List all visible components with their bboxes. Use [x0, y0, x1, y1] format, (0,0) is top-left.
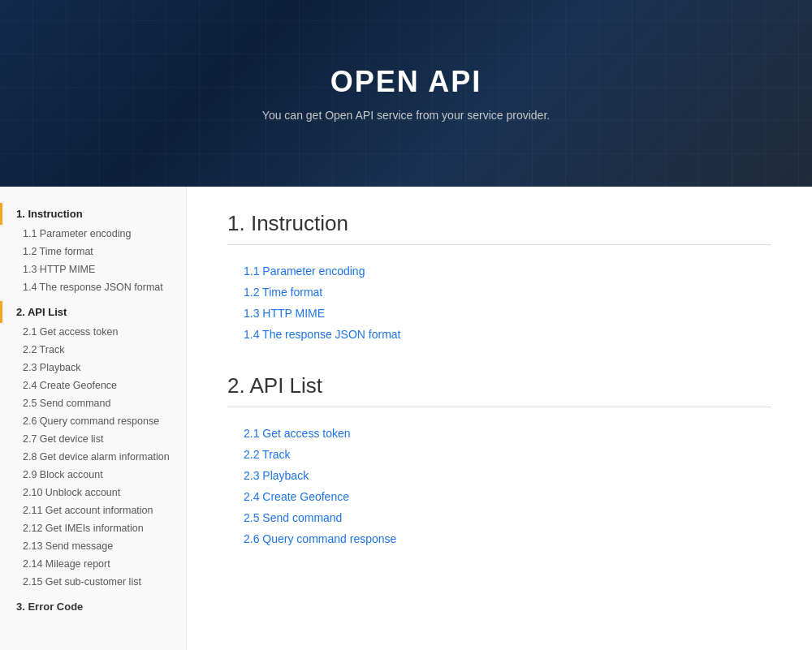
sidebar-item-1-4[interactable]: 1.4 The response JSON format [0, 278, 186, 296]
section-2-divider [227, 407, 771, 407]
hero-title: OPEN API [330, 65, 482, 99]
sidebar-item-1-2[interactable]: 1.2 Time format [0, 243, 186, 260]
sidebar-item-1-3[interactable]: 1.3 HTTP MIME [0, 260, 186, 278]
sidebar-item-1-1[interactable]: 1.1 Parameter encoding [0, 225, 186, 243]
sidebar-section-3: 3. Error Code [0, 596, 186, 618]
section-1-title: 1. Instruction [227, 211, 771, 236]
sidebar-item-2-15[interactable]: 2.15 Get sub-customer list [0, 573, 186, 591]
section-api-list: 2. API List 2.1 Get access token 2.2 Tra… [227, 373, 771, 545]
sidebar-item-2-6[interactable]: 2.6 Query command response [0, 412, 186, 430]
hero-subtitle: You can get Open API service from your s… [262, 109, 550, 122]
content-link-2-6[interactable]: 2.6 Query command response [244, 532, 771, 545]
sidebar-item-2-5[interactable]: 2.5 Send command [0, 394, 186, 412]
sidebar-item-2-2[interactable]: 2.2 Track [0, 341, 186, 359]
sidebar-item-2-1[interactable]: 2.1 Get access token [0, 323, 186, 341]
sidebar-item-2-14[interactable]: 2.14 Mileage report [0, 555, 186, 573]
sidebar-section-3-title[interactable]: 3. Error Code [0, 596, 186, 618]
section-2-title: 2. API List [227, 373, 771, 398]
main-content: 1. Instruction 1.1 Parameter encoding 1.… [187, 187, 812, 650]
section-1-divider [227, 244, 771, 245]
content-link-2-2[interactable]: 2.2 Track [244, 448, 771, 461]
sidebar-item-2-11[interactable]: 2.11 Get account information [0, 501, 186, 519]
section-instruction: 1. Instruction 1.1 Parameter encoding 1.… [227, 211, 771, 341]
sidebar-item-2-8[interactable]: 2.8 Get device alarm information [0, 448, 186, 466]
sidebar-section-2-title[interactable]: 2. API List [0, 301, 186, 323]
content-link-1-3[interactable]: 1.3 HTTP MIME [244, 307, 771, 320]
sidebar-section-2: 2. API List 2.1 Get access token 2.2 Tra… [0, 301, 186, 591]
sidebar-section-1: 1. Instruction 1.1 Parameter encoding 1.… [0, 203, 186, 296]
content-link-1-1[interactable]: 1.1 Parameter encoding [244, 265, 771, 278]
sidebar-section-1-title[interactable]: 1. Instruction [0, 203, 186, 225]
content-link-2-3[interactable]: 2.3 Playback [244, 469, 771, 482]
sidebar-item-2-9[interactable]: 2.9 Block account [0, 466, 186, 484]
content-link-1-4[interactable]: 1.4 The response JSON format [244, 328, 771, 341]
sidebar-item-2-13[interactable]: 2.13 Send message [0, 537, 186, 555]
content-link-1-2[interactable]: 1.2 Time format [244, 286, 771, 299]
sidebar: 1. Instruction 1.1 Parameter encoding 1.… [0, 187, 187, 650]
hero-section: OPEN API You can get Open API service fr… [0, 0, 812, 187]
content-link-2-1[interactable]: 2.1 Get access token [244, 427, 771, 440]
sidebar-item-2-12[interactable]: 2.12 Get IMEIs information [0, 519, 186, 537]
sidebar-item-2-10[interactable]: 2.10 Unblock account [0, 484, 186, 501]
content-link-2-5[interactable]: 2.5 Send command [244, 511, 771, 524]
main-layout: 1. Instruction 1.1 Parameter encoding 1.… [0, 187, 812, 650]
sidebar-item-2-7[interactable]: 2.7 Get device list [0, 430, 186, 448]
sidebar-item-2-4[interactable]: 2.4 Create Geofence [0, 377, 186, 394]
sidebar-item-2-3[interactable]: 2.3 Playback [0, 359, 186, 377]
content-link-2-4[interactable]: 2.4 Create Geofence [244, 490, 771, 503]
